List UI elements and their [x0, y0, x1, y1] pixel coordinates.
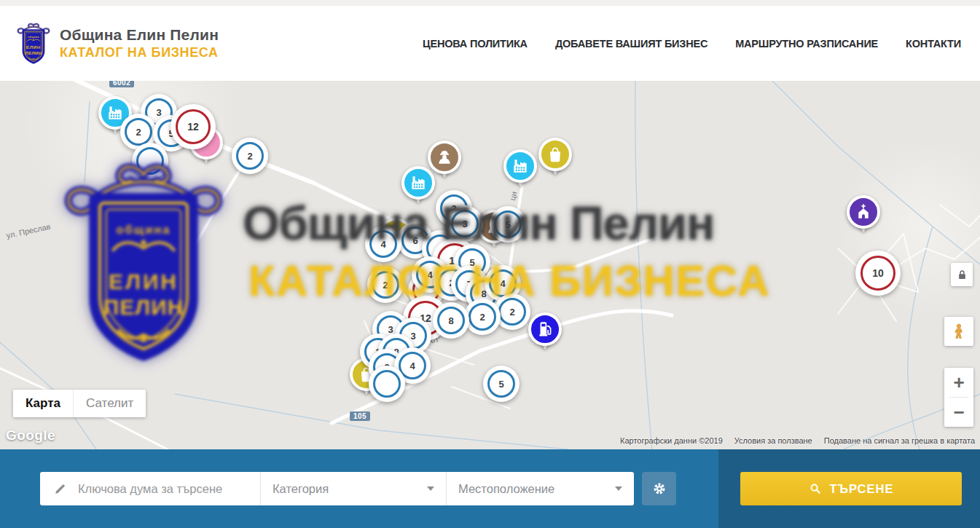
header: Община Елин Пелин КАТАЛОГ НА БИЗНЕСА ЦЕН… — [0, 6, 980, 81]
pencil-icon — [53, 482, 67, 496]
google-logo[interactable]: Google — [6, 427, 55, 444]
main-nav: ЦЕНОВА ПОЛИТИКАДОБАВЕТЕ ВАШИЯТ БИЗНЕСМАР… — [423, 38, 961, 50]
nav-item-route-schedule[interactable]: МАРШРУТНО РАЗПИСАНИЕ — [735, 38, 878, 50]
magnifier-icon — [809, 482, 822, 495]
map-canvas[interactable]: ул. Преславбул. „Новоселци6002105 325122… — [0, 81, 980, 449]
factory-pin-marker[interactable] — [401, 166, 435, 200]
location-select[interactable]: Местоположение — [446, 472, 634, 505]
pegman-icon — [950, 323, 968, 340]
settings-button[interactable] — [642, 472, 676, 505]
fuel-icon — [536, 320, 554, 339]
cluster-marker[interactable]: 8 — [433, 302, 469, 339]
search-button[interactable]: ТЪРСЕНЕ — [740, 472, 962, 505]
cluster-marker[interactable]: 10 — [855, 251, 901, 296]
gear-icon — [650, 479, 669, 498]
attribution-item[interactable]: Подаване на сигнал за грешка в картата — [824, 436, 975, 445]
chevron-down-icon — [615, 486, 622, 491]
factory-icon — [409, 173, 428, 192]
cluster-marker[interactable]: 5 — [483, 366, 520, 402]
cluster-marker[interactable]: 4 — [365, 226, 401, 262]
map-type-control: Карта Сателит — [13, 390, 146, 417]
page: Община Елин Пелин КАТАЛОГ НА БИЗНЕСА ЦЕН… — [0, 0, 980, 528]
worker-icon — [435, 148, 454, 167]
search-fields: Категория Местоположение — [40, 472, 634, 505]
municipality-crest-logo — [16, 21, 51, 66]
bag-icon — [546, 145, 565, 164]
keyword-input[interactable] — [77, 481, 260, 497]
chevron-down-icon — [427, 486, 434, 491]
markers-layer: 32512223564713542278422128333834510 — [0, 81, 980, 449]
factory-icon — [106, 103, 125, 122]
zoom-control: + − — [944, 368, 973, 427]
map-type-map-button[interactable]: Карта — [13, 390, 73, 417]
cluster-marker[interactable]: 2 — [232, 138, 268, 174]
attribution-item: Картографски данни ©2019 — [620, 436, 723, 445]
bag-pin-marker[interactable] — [538, 138, 572, 171]
attribution-item[interactable]: Условия за ползване — [734, 436, 812, 445]
site-title: Община Елин Пелин — [60, 26, 219, 44]
site-logo[interactable]: Община Елин Пелин КАТАЛОГ НА БИЗНЕСА — [16, 21, 219, 66]
factory-icon — [511, 157, 530, 176]
zoom-in-button[interactable]: + — [944, 368, 973, 397]
search-bar-right-panel: ТЪРСЕНЕ — [718, 449, 980, 528]
church-pin-marker[interactable] — [847, 195, 880, 229]
lock-button[interactable] — [951, 263, 973, 286]
factory-pin-marker[interactable] — [503, 149, 537, 183]
keyword-field — [40, 472, 260, 505]
zoom-out-button[interactable]: − — [944, 398, 973, 427]
nav-item-pricing[interactable]: ЦЕНОВА ПОЛИТИКА — [423, 38, 528, 50]
cluster-marker[interactable]: 5 — [490, 206, 526, 243]
search-bar: ТЪРСЕНЕ Категория Местоположение — [0, 449, 980, 528]
nav-item-contacts[interactable]: КОНТАКТИ — [906, 38, 961, 50]
site-subtitle: КАТАЛОГ НА БИЗНЕСА — [60, 45, 219, 60]
church-icon — [854, 202, 873, 221]
lock-icon — [955, 268, 969, 282]
cluster-marker[interactable] — [369, 366, 405, 402]
cluster-marker[interactable]: 2 — [367, 267, 404, 303]
category-select[interactable]: Категория — [260, 472, 446, 505]
cluster-marker[interactable]: 12 — [170, 104, 216, 149]
pegman-button[interactable] — [944, 317, 973, 346]
top-strip — [0, 0, 980, 6]
cluster-marker[interactable]: 2 — [464, 299, 501, 335]
map-type-satellite-button[interactable]: Сателит — [73, 390, 146, 417]
cluster-marker[interactable] — [132, 143, 168, 179]
nav-item-add-business[interactable]: ДОБАВЕТЕ ВАШИЯТ БИЗНЕС — [555, 38, 707, 50]
map-attribution: Картографски данни ©2019Условия за ползв… — [620, 436, 975, 445]
fuel-pin-marker[interactable] — [528, 312, 562, 346]
